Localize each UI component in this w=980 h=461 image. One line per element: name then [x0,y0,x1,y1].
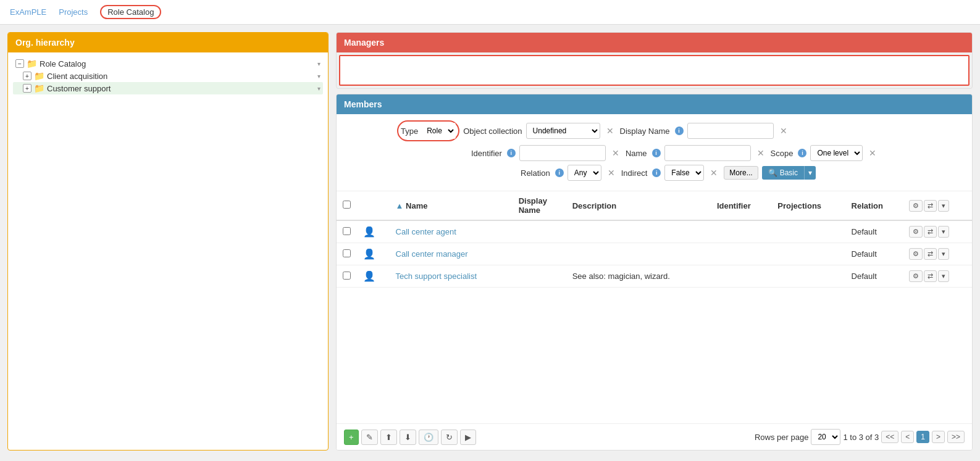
row-action-dropdown[interactable]: ▾ [938,226,949,238]
relation-clear[interactable]: ✕ [605,168,618,178]
sort-up-icon: ▲ [396,201,404,210]
rows-per-page-select[interactable]: 20 [811,429,840,445]
row-relation: Default [845,243,903,265]
prev-page-btn[interactable]: < [901,431,914,443]
row-checkbox[interactable] [337,243,357,265]
row-checkbox[interactable] [337,265,357,288]
select-all-checkbox[interactable] [343,201,351,209]
header-display-name: DisplayName [513,191,566,220]
row-display-name [513,220,566,243]
data-table: ▲ Name DisplayName Description Identifie… [337,191,972,423]
search-group: 🔍 Basic ▾ [762,166,816,180]
type-select[interactable]: Role [421,123,456,139]
display-name-info-icon: i [675,127,684,135]
row-action-dropdown[interactable]: ▾ [938,248,949,260]
last-page-btn[interactable]: >> [947,431,965,443]
indirect-select[interactable]: False [664,165,704,181]
nav-projects[interactable]: Projects [59,7,88,17]
tree-item-client-acquisition[interactable]: + 📁 Client acquisition ▾ [13,70,323,82]
relation-label: Relation [521,168,550,178]
identifier-clear[interactable]: ✕ [609,148,622,158]
row-select-checkbox[interactable] [343,227,351,235]
object-collection-select[interactable]: Undefined [526,123,600,139]
left-panel: Org. hierarchy − 📁 Role Catalog ▾ + 📁 Cl… [7,32,329,451]
row-icon: 👤 [357,265,390,288]
row-action-btn-1[interactable]: ⚙ [909,226,923,238]
row-action-btn-2[interactable]: ⇄ [924,248,937,260]
row-actions: ⚙ ⇄ ▾ [903,265,972,288]
collapse-icon[interactable]: − [15,59,24,68]
filter-row-2: Identifier i ✕ Name i ✕ Scope i One leve… [344,145,965,161]
search-dropdown-button[interactable]: ▾ [804,166,816,180]
tree-label-support: Customer support [47,84,317,93]
name-input[interactable] [664,145,751,161]
name-label: Name [626,149,647,158]
next-page-btn[interactable]: > [932,431,945,443]
row-actions: ⚙ ⇄ ▾ [903,220,972,243]
row-action-btn-1[interactable]: ⚙ [909,270,923,282]
clock-button[interactable]: 🕐 [419,430,438,445]
play-button[interactable]: ▶ [460,430,476,445]
display-name-input[interactable] [687,123,774,139]
display-name-clear[interactable]: ✕ [777,126,790,136]
tree-item-customer-support[interactable]: + 📁 Customer support ▾ [13,82,323,94]
row-actions: ⚙ ⇄ ▾ [903,243,972,265]
first-page-btn[interactable]: << [881,431,898,443]
name-clear[interactable]: ✕ [755,148,767,158]
row-select-checkbox[interactable] [343,249,351,257]
search-button[interactable]: 🔍 Basic [762,166,804,180]
header-name[interactable]: ▲ Name [390,191,513,220]
row-action-btn-2[interactable]: ⇄ [924,270,937,282]
row-checkbox[interactable] [337,220,357,243]
upload-button[interactable]: ⬆ [380,430,397,445]
tree-toggle-client[interactable]: + [23,72,31,80]
row-description [566,243,711,265]
role-name-link[interactable]: Call center manager [396,249,468,259]
header-action-btn-1[interactable]: ⚙ [909,200,923,212]
add-button[interactable]: + [344,430,359,445]
table-row: 👤 Tech support specialist See also: magi… [337,265,972,288]
refresh-button[interactable]: ↻ [441,430,458,445]
page-1-btn[interactable]: 1 [916,431,929,443]
tree-arrow-support[interactable]: ▾ [317,85,320,92]
tree-arrow-root[interactable]: ▾ [317,60,320,67]
role-person-icon: 👤 [363,249,375,259]
row-display-name [513,265,566,288]
filter-area: Type Role Object collection Undefined ✕ … [337,114,972,191]
scope-clear[interactable]: ✕ [866,148,879,158]
row-action-dropdown[interactable]: ▾ [938,270,949,282]
header-action-btn-2[interactable]: ⇄ [924,200,937,212]
org-hierarchy-body: − 📁 Role Catalog ▾ + 📁 Client acquisitio… [8,52,328,450]
tree-label-root: Role Catalog [40,59,317,69]
row-projections [771,243,845,265]
role-person-icon: 👤 [363,226,375,237]
scope-select[interactable]: One level [810,145,863,161]
members-header: Members [337,94,972,114]
nav-example[interactable]: ExAmPLE [10,7,46,17]
tree-arrow-client[interactable]: ▾ [317,73,320,80]
tree-toggle-support[interactable]: + [23,84,31,93]
indirect-label: Indirect [621,168,648,178]
nav-role-catalog[interactable]: Role Catalog [100,5,161,19]
relation-info-icon: i [555,168,564,177]
more-button[interactable]: More... [724,166,758,180]
role-name-link[interactable]: Tech support specialist [396,272,477,281]
tree-item-role-catalog[interactable]: − 📁 Role Catalog ▾ [13,57,323,70]
header-identifier: Identifier [711,191,771,220]
edit-button[interactable]: ✎ [361,430,378,445]
download-button[interactable]: ⬇ [400,430,416,445]
row-action-btn-2[interactable]: ⇄ [924,226,937,238]
row-select-checkbox[interactable] [343,272,351,280]
role-name-link[interactable]: Call center agent [396,227,456,236]
object-collection-clear[interactable]: ✕ [604,126,616,136]
header-display-name-label: DisplayName [519,196,547,215]
type-label: Type [401,127,418,136]
relation-select[interactable]: Any [567,165,601,181]
row-action-btn-1[interactable]: ⚙ [909,248,923,260]
header-action-dropdown[interactable]: ▾ [938,200,949,212]
page-info: 1 to 3 of 3 [843,433,879,442]
members-body: Type Role Object collection Undefined ✕ … [337,114,972,450]
row-display-name [513,243,566,265]
identifier-input[interactable] [519,145,606,161]
indirect-clear[interactable]: ✕ [708,168,720,178]
